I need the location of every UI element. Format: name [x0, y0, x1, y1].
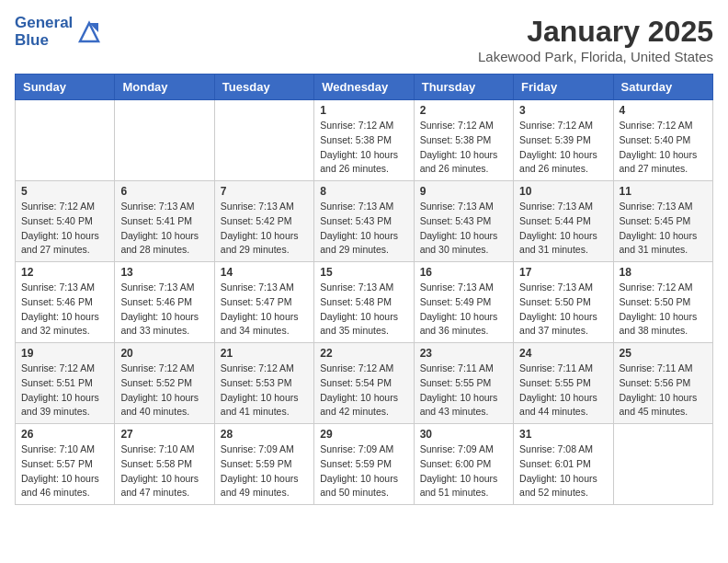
day-info: Sunrise: 7:12 AM Sunset: 5:38 PM Dayligh… [420, 119, 507, 177]
day-number: 7 [221, 185, 308, 198]
logo: General Blue [15, 15, 102, 49]
weekday-header-friday: Friday [514, 75, 613, 100]
calendar-title: January 2025 [478, 15, 713, 49]
calendar-week-row: 1Sunrise: 7:12 AM Sunset: 5:38 PM Daylig… [16, 100, 713, 181]
calendar-cell: 16Sunrise: 7:13 AM Sunset: 5:49 PM Dayli… [414, 262, 513, 343]
day-number: 26 [21, 428, 108, 441]
day-info: Sunrise: 7:13 AM Sunset: 5:43 PM Dayligh… [320, 200, 407, 258]
day-info: Sunrise: 7:13 AM Sunset: 5:43 PM Dayligh… [420, 200, 507, 258]
day-number: 31 [519, 428, 607, 441]
calendar-cell: 2Sunrise: 7:12 AM Sunset: 5:38 PM Daylig… [414, 100, 513, 181]
calendar-cell: 5Sunrise: 7:12 AM Sunset: 5:40 PM Daylig… [16, 181, 115, 262]
day-number: 24 [519, 347, 607, 360]
day-number: 1 [320, 104, 407, 117]
day-info: Sunrise: 7:12 AM Sunset: 5:51 PM Dayligh… [21, 362, 108, 419]
day-number: 8 [320, 185, 407, 198]
calendar-cell: 12Sunrise: 7:13 AM Sunset: 5:46 PM Dayli… [16, 262, 115, 343]
weekday-header-sunday: Sunday [16, 75, 115, 100]
logo-icon [76, 19, 102, 45]
day-info: Sunrise: 7:12 AM Sunset: 5:40 PM Dayligh… [21, 200, 108, 258]
calendar-cell: 19Sunrise: 7:12 AM Sunset: 5:51 PM Dayli… [16, 343, 115, 424]
day-number: 19 [21, 347, 108, 360]
day-number: 20 [120, 347, 208, 360]
calendar-cell: 26Sunrise: 7:10 AM Sunset: 5:57 PM Dayli… [16, 424, 115, 505]
day-info: Sunrise: 7:08 AM Sunset: 6:01 PM Dayligh… [519, 442, 607, 500]
day-info: Sunrise: 7:13 AM Sunset: 5:44 PM Dayligh… [519, 200, 607, 258]
day-info: Sunrise: 7:11 AM Sunset: 5:55 PM Dayligh… [420, 362, 507, 419]
weekday-header-tuesday: Tuesday [214, 75, 313, 100]
day-info: Sunrise: 7:09 AM Sunset: 6:00 PM Dayligh… [420, 442, 507, 500]
calendar-header-row: SundayMondayTuesdayWednesdayThursdayFrid… [16, 75, 713, 100]
day-number: 17 [519, 266, 607, 279]
day-number: 18 [620, 266, 707, 279]
day-info: Sunrise: 7:11 AM Sunset: 5:56 PM Dayligh… [620, 362, 707, 419]
calendar-cell: 1Sunrise: 7:12 AM Sunset: 5:38 PM Daylig… [314, 100, 414, 181]
day-number: 28 [221, 428, 308, 441]
calendar-cell: 28Sunrise: 7:09 AM Sunset: 5:59 PM Dayli… [214, 424, 313, 505]
logo-blue: Blue [15, 32, 73, 50]
calendar-cell: 18Sunrise: 7:12 AM Sunset: 5:50 PM Dayli… [613, 262, 712, 343]
day-number: 3 [519, 104, 607, 117]
day-info: Sunrise: 7:13 AM Sunset: 5:47 PM Dayligh… [221, 281, 308, 339]
day-info: Sunrise: 7:13 AM Sunset: 5:45 PM Dayligh… [620, 200, 707, 258]
calendar-week-row: 19Sunrise: 7:12 AM Sunset: 5:51 PM Dayli… [16, 343, 713, 424]
day-info: Sunrise: 7:12 AM Sunset: 5:54 PM Dayligh… [320, 362, 407, 419]
calendar-cell: 24Sunrise: 7:11 AM Sunset: 5:55 PM Dayli… [514, 343, 613, 424]
day-number: 22 [320, 347, 407, 360]
day-info: Sunrise: 7:11 AM Sunset: 5:55 PM Dayligh… [519, 362, 607, 419]
day-info: Sunrise: 7:09 AM Sunset: 5:59 PM Dayligh… [221, 442, 308, 500]
day-info: Sunrise: 7:09 AM Sunset: 5:59 PM Dayligh… [320, 442, 407, 500]
title-area: January 2025 Lakewood Park, Florida, Uni… [478, 15, 713, 64]
day-number: 5 [21, 185, 108, 198]
day-number: 30 [420, 428, 507, 441]
calendar-cell [115, 100, 214, 181]
calendar-cell: 13Sunrise: 7:13 AM Sunset: 5:46 PM Dayli… [115, 262, 214, 343]
day-info: Sunrise: 7:10 AM Sunset: 5:57 PM Dayligh… [21, 442, 108, 500]
weekday-header-saturday: Saturday [613, 75, 712, 100]
day-info: Sunrise: 7:12 AM Sunset: 5:40 PM Dayligh… [620, 119, 707, 177]
day-number: 29 [320, 428, 407, 441]
day-info: Sunrise: 7:13 AM Sunset: 5:46 PM Dayligh… [120, 281, 208, 339]
calendar-cell: 23Sunrise: 7:11 AM Sunset: 5:55 PM Dayli… [414, 343, 513, 424]
calendar-cell [613, 424, 712, 505]
calendar-cell: 29Sunrise: 7:09 AM Sunset: 5:59 PM Dayli… [314, 424, 414, 505]
day-info: Sunrise: 7:13 AM Sunset: 5:50 PM Dayligh… [519, 281, 607, 339]
day-number: 14 [221, 266, 308, 279]
weekday-header-wednesday: Wednesday [314, 75, 414, 100]
calendar-cell [214, 100, 313, 181]
day-info: Sunrise: 7:12 AM Sunset: 5:52 PM Dayligh… [120, 362, 208, 419]
calendar-cell: 27Sunrise: 7:10 AM Sunset: 5:58 PM Dayli… [115, 424, 214, 505]
calendar-cell: 25Sunrise: 7:11 AM Sunset: 5:56 PM Dayli… [613, 343, 712, 424]
day-number: 6 [120, 185, 208, 198]
day-number: 21 [221, 347, 308, 360]
weekday-header-monday: Monday [115, 75, 214, 100]
day-info: Sunrise: 7:12 AM Sunset: 5:39 PM Dayligh… [519, 119, 607, 177]
logo-general: General [15, 15, 73, 32]
page-header: General Blue January 2025 Lakewood Park,… [15, 15, 713, 64]
calendar-week-row: 12Sunrise: 7:13 AM Sunset: 5:46 PM Dayli… [16, 262, 713, 343]
calendar-cell: 14Sunrise: 7:13 AM Sunset: 5:47 PM Dayli… [214, 262, 313, 343]
day-number: 15 [320, 266, 407, 279]
calendar-cell: 3Sunrise: 7:12 AM Sunset: 5:39 PM Daylig… [514, 100, 613, 181]
day-info: Sunrise: 7:13 AM Sunset: 5:41 PM Dayligh… [120, 200, 208, 258]
calendar-cell: 10Sunrise: 7:13 AM Sunset: 5:44 PM Dayli… [514, 181, 613, 262]
day-number: 4 [620, 104, 707, 117]
day-info: Sunrise: 7:13 AM Sunset: 5:42 PM Dayligh… [221, 200, 308, 258]
calendar-cell [16, 100, 115, 181]
day-number: 10 [519, 185, 607, 198]
day-number: 23 [420, 347, 507, 360]
day-number: 13 [120, 266, 208, 279]
day-number: 16 [420, 266, 507, 279]
calendar-subtitle: Lakewood Park, Florida, United States [478, 49, 713, 64]
calendar-cell: 17Sunrise: 7:13 AM Sunset: 5:50 PM Dayli… [514, 262, 613, 343]
calendar-week-row: 26Sunrise: 7:10 AM Sunset: 5:57 PM Dayli… [16, 424, 713, 505]
calendar-cell: 31Sunrise: 7:08 AM Sunset: 6:01 PM Dayli… [514, 424, 613, 505]
calendar-cell: 11Sunrise: 7:13 AM Sunset: 5:45 PM Dayli… [613, 181, 712, 262]
day-number: 12 [21, 266, 108, 279]
calendar-cell: 9Sunrise: 7:13 AM Sunset: 5:43 PM Daylig… [414, 181, 513, 262]
day-number: 27 [120, 428, 208, 441]
day-number: 9 [420, 185, 507, 198]
day-info: Sunrise: 7:13 AM Sunset: 5:46 PM Dayligh… [21, 281, 108, 339]
day-info: Sunrise: 7:12 AM Sunset: 5:38 PM Dayligh… [320, 119, 407, 177]
day-number: 25 [620, 347, 707, 360]
